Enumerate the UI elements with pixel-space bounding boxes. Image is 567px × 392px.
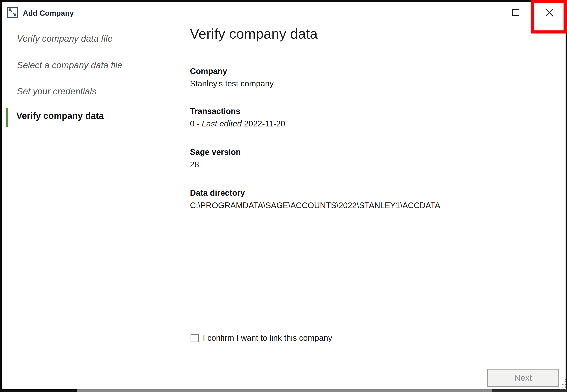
transactions-label: Transactions (190, 107, 285, 116)
window-border-bottom (0, 389, 567, 392)
sidebar-step-verify-company-data[interactable]: Verify company data (16, 111, 104, 121)
confirm-link-label[interactable]: I confirm I want to link this company (203, 333, 332, 343)
bottom-border-black-segment (0, 389, 77, 392)
add-company-app-icon (7, 7, 18, 18)
window-title: Add Company (23, 9, 74, 18)
confirm-link-checkbox[interactable] (191, 334, 199, 342)
bottom-border-gray-segment (77, 389, 492, 392)
field-data-directory: Data directory C:\PROGRAMDATA\SAGE\ACCOU… (190, 188, 440, 210)
page-title: Verify company data (190, 26, 318, 42)
footer-divider (2, 364, 566, 364)
bottom-border-dark-segment (492, 389, 567, 392)
sage-version-label: Sage version (190, 147, 241, 157)
minimize-button[interactable] (474, 4, 494, 20)
resize-grip[interactable] (558, 378, 567, 391)
transactions-count: 0 - (190, 119, 202, 128)
last-edited-text: Last edited (202, 119, 242, 128)
company-label: Company (190, 67, 274, 76)
red-annotation-rectangle (531, 0, 567, 33)
sidebar-step-verify-company-data-file[interactable]: Verify company data file (17, 33, 112, 44)
company-value: Stanley's test company (190, 79, 274, 88)
active-step-indicator (6, 108, 8, 127)
field-company: Company Stanley's test company (190, 67, 274, 88)
last-edited-date: 2022-11-20 (242, 119, 285, 128)
transactions-value: 0 - Last edited 2022-11-20 (190, 119, 285, 128)
window-border-left (0, 0, 2, 392)
maximize-button[interactable] (512, 9, 519, 16)
window-border-right (566, 0, 567, 392)
window-border-top (0, 0, 567, 2)
sidebar-step-select-a-company-data-file[interactable]: Select a company data file (17, 60, 122, 70)
confirm-link-row: I confirm I want to link this company (191, 333, 332, 343)
next-button[interactable]: Next (487, 369, 559, 387)
field-transactions: Transactions 0 - Last edited 2022-11-20 (190, 107, 285, 128)
sage-version-value: 28 (190, 160, 241, 169)
field-sage-version: Sage version 28 (190, 147, 241, 169)
data-directory-label: Data directory (190, 188, 440, 197)
data-directory-value: C:\PROGRAMDATA\SAGE\ACCOUNTS\2022\STANLE… (190, 201, 440, 210)
sidebar-step-set-your-credentials[interactable]: Set your credentials (17, 86, 97, 97)
